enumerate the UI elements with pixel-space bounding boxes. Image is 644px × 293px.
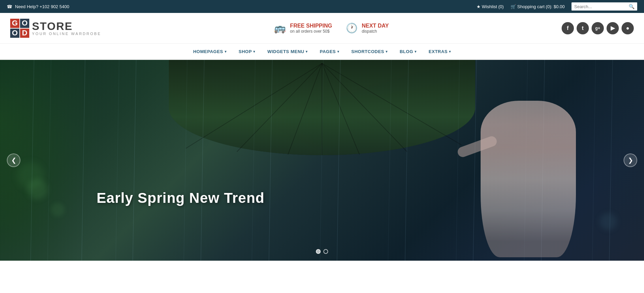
top-bar: ☎ Need Help? +102 902 5400 ★ Wishlist (0…: [0, 0, 644, 13]
logo-cell-o1: O: [20, 19, 29, 28]
top-bar-right: ★ Wishlist (0) 🛒 Shopping cart (0): $0.0…: [477, 2, 637, 11]
svg-line-9: [133, 60, 136, 261]
svg-line-17: [48, 60, 51, 261]
logo-store: STORE: [32, 21, 101, 32]
hero-slide-text: Early Spring New Trend: [97, 190, 264, 206]
search-box[interactable]: 🔍: [571, 2, 637, 11]
svg-line-6: [322, 63, 462, 145]
svg-line-18: [116, 60, 119, 261]
svg-line-1: [237, 63, 322, 152]
wishlist-icon: ★: [477, 4, 481, 9]
chevron-down-icon-shortcodes: ▾: [386, 50, 388, 53]
logo-cell-o2: O: [10, 29, 19, 38]
logo-tagline: YOUR ONLINE WARDROBE: [32, 32, 101, 36]
svg-line-7: [31, 60, 34, 261]
svg-line-2: [288, 63, 322, 154]
promo2-subtitle: dispatch: [362, 29, 389, 34]
help-text: Need Help? +102 902 5400: [15, 4, 69, 9]
hero-background: [0, 60, 644, 261]
chevron-down-icon-blog: ▾: [415, 50, 417, 53]
nav-bar: HOMEPAGES ▾ SHOP ▾ WIDGETS MENU ▾ PAGES …: [0, 44, 644, 60]
nav-link-blog[interactable]: BLOG ▾: [393, 43, 422, 60]
top-bar-left: ☎ Need Help? +102 902 5400: [7, 4, 69, 9]
nav-item-extras: EXTRAS ▾: [422, 43, 457, 60]
umbrella-shape: [169, 60, 475, 155]
nav-item-homepages: HOMEPAGES ▾: [187, 43, 232, 60]
bus-icon: 🚌: [274, 22, 286, 34]
nav-label-shop: SHOP: [239, 49, 252, 54]
promo1-title: FREE SHIPPING: [290, 23, 332, 29]
social-icons: f t g+ ▶ ●: [562, 22, 634, 34]
nav-list: HOMEPAGES ▾ SHOP ▾ WIDGETS MENU ▾ PAGES …: [187, 43, 457, 60]
chevron-down-icon-homepages: ▾: [225, 50, 227, 53]
svg-line-4: [322, 63, 359, 154]
googleplus-icon[interactable]: g+: [592, 22, 604, 34]
chevron-down-icon-extras: ▾: [449, 50, 451, 53]
header-center: 🚌 FREE SHIPPING on all orders over 50$ 🕐…: [274, 22, 389, 34]
header: G O O D STORE YOUR ONLINE WARDROBE 🚌 FRE…: [0, 13, 644, 44]
svg-line-5: [322, 63, 407, 152]
flickr-icon[interactable]: ●: [622, 22, 634, 34]
svg-line-8: [82, 60, 85, 261]
nav-label-extras: EXTRAS: [429, 49, 448, 54]
nav-link-extras[interactable]: EXTRAS ▾: [422, 43, 457, 60]
phone-icon: ☎: [7, 4, 12, 9]
chevron-down-icon-shop: ▾: [253, 50, 255, 53]
logo-cell-d: D: [20, 29, 29, 38]
nav-link-widgets[interactable]: WIDGETS MENU ▾: [261, 43, 313, 60]
nav-label-homepages: HOMEPAGES: [193, 49, 223, 54]
promo2-text: NEXT DAY dispatch: [362, 23, 389, 34]
chevron-down-icon-pages: ▾: [337, 50, 339, 53]
search-button[interactable]: 🔍: [626, 2, 637, 11]
nav-link-shortcodes[interactable]: SHORTCODES ▾: [345, 43, 393, 60]
nav-link-pages[interactable]: PAGES ▾: [313, 43, 345, 60]
slider-dot-2[interactable]: [323, 249, 328, 254]
promo1-text: FREE SHIPPING on all orders over 50$: [290, 23, 332, 34]
nav-item-shortcodes: SHORTCODES ▾: [345, 43, 393, 60]
slider-next-button[interactable]: ❯: [624, 153, 637, 167]
promo2-title: NEXT DAY: [362, 23, 389, 29]
wishlist-link[interactable]: ★ Wishlist (0): [477, 4, 504, 9]
cart-label: Shopping cart (0): $0.00: [517, 4, 565, 9]
slider-prev-button[interactable]: ❮: [7, 153, 20, 167]
figure-silhouette: [481, 101, 576, 257]
svg-line-0: [186, 63, 322, 148]
promo1-subtitle: on all orders over 50$: [290, 29, 332, 34]
svg-line-25: [592, 60, 596, 261]
twitter-icon[interactable]: t: [577, 22, 589, 34]
nav-item-widgets: WIDGETS MENU ▾: [261, 43, 313, 60]
logo-text-wrap: STORE YOUR ONLINE WARDROBE: [32, 21, 101, 36]
wishlist-label: Wishlist (0): [482, 4, 504, 9]
cart-icon: 🛒: [511, 4, 516, 9]
clock-icon: 🕐: [346, 22, 358, 34]
logo-grid: G O O D: [10, 19, 29, 38]
cart-link[interactable]: 🛒 Shopping cart (0): $0.00: [511, 4, 565, 9]
nav-label-shortcodes: SHORTCODES: [351, 49, 384, 54]
nav-link-homepages[interactable]: HOMEPAGES ▾: [187, 43, 232, 60]
svg-line-16: [609, 60, 613, 261]
chevron-down-icon-widgets: ▾: [306, 50, 308, 53]
logo-cell-g: G: [10, 19, 19, 28]
slider-dot-1[interactable]: [316, 249, 321, 254]
nav-label-pages: PAGES: [320, 49, 336, 54]
nav-label-widgets: WIDGETS MENU: [267, 49, 304, 54]
logo[interactable]: G O O D STORE YOUR ONLINE WARDROBE: [10, 19, 101, 38]
nav-item-pages: PAGES ▾: [313, 43, 345, 60]
free-shipping-promo: 🚌 FREE SHIPPING on all orders over 50$: [274, 22, 332, 34]
next-day-promo: 🕐 NEXT DAY dispatch: [346, 22, 389, 34]
youtube-icon[interactable]: ▶: [607, 22, 619, 34]
nav-item-blog: BLOG ▾: [393, 43, 422, 60]
hero-slider: Early Spring New Trend ❮ ❯: [0, 60, 644, 261]
nav-item-shop: SHOP ▾: [232, 43, 261, 60]
nav-link-shop[interactable]: SHOP ▾: [232, 43, 261, 60]
nav-label-blog: BLOG: [400, 49, 413, 54]
facebook-icon[interactable]: f: [562, 22, 574, 34]
search-input[interactable]: [571, 3, 626, 11]
slider-dots: [316, 249, 328, 254]
